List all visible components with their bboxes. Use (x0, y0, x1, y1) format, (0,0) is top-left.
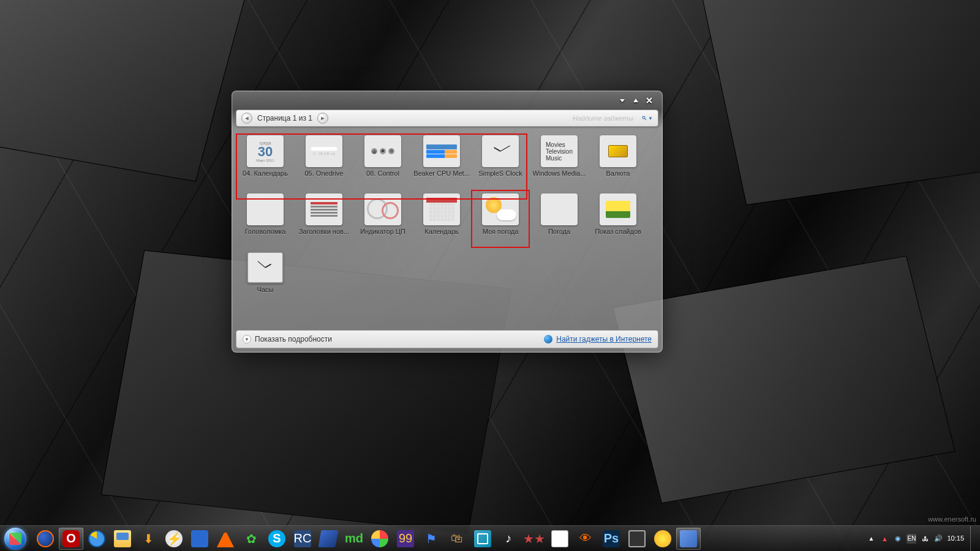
watermark: www.enersoft.ru (928, 515, 976, 523)
virtualbox-icon (474, 530, 491, 547)
n99-icon: 99 (397, 530, 414, 547)
tray-overflow-icon[interactable]: ▲ (866, 534, 876, 544)
taskbar-rc[interactable]: RC (290, 528, 315, 550)
calendar-icon (423, 193, 460, 225)
taskbar: O ⬇ ⚡ ✿ S RC md 99 ⚑ 🛍 ♪ ★★ 👁 Ps (0, 525, 980, 551)
gadget-label: Индикатор ЦП (360, 228, 405, 235)
az-icon: ⚑ (423, 530, 440, 547)
tray-icon[interactable]: ▲ (880, 534, 889, 544)
taskbar-download[interactable]: ⬇ (136, 528, 160, 550)
show-details-button[interactable]: Показать подробности (255, 335, 332, 343)
start-button[interactable] (0, 526, 31, 552)
taskbar-foxit[interactable] (368, 528, 392, 550)
taskbar-bag[interactable]: 🛍 (445, 528, 469, 550)
svg-point-2 (643, 116, 645, 119)
gadget-label: Погода (548, 228, 570, 235)
prev-page-button[interactable]: ◄ (241, 113, 252, 124)
taskbar-screen[interactable] (676, 528, 701, 550)
photoshop-icon: Ps (603, 530, 620, 547)
taskbar-box[interactable] (548, 528, 572, 550)
taskbar-clock[interactable]: 10:15 (947, 534, 964, 542)
minimize-icon[interactable] (618, 96, 627, 105)
taskbar-book[interactable] (316, 528, 341, 550)
ie-icon (88, 530, 105, 547)
sound-icon: ♪ (500, 530, 517, 547)
window-footer: ▼ Показать подробности Найти гаджеты в И… (236, 330, 658, 348)
page-indicator: Страница 1 из 1 (257, 114, 312, 122)
taskbar-photoshop[interactable]: Ps (599, 528, 624, 550)
gadget-puzzle[interactable]: Головоломка (236, 191, 295, 249)
gadget-label: Beaker CPU Met... (413, 170, 470, 177)
svg-marker-0 (620, 99, 625, 102)
taskbar-ie[interactable] (85, 528, 109, 550)
close-icon[interactable] (645, 96, 654, 105)
gadget-windows-media[interactable]: Movies Television Music Windows Media... (530, 133, 589, 191)
media-center-icon: Movies Television Music (541, 135, 578, 167)
gadget-cpu-indicator[interactable]: Индикатор ЦП (353, 191, 412, 249)
star-icon: ★★ (526, 530, 543, 547)
taskbar-firefox[interactable] (33, 528, 58, 550)
gadget-currency[interactable]: Валюта (589, 133, 647, 191)
gadget-news-headlines[interactable]: Заголовки нов... (295, 191, 353, 249)
gadget-label: Валюта (606, 170, 630, 177)
taskbar-virtualbox[interactable] (470, 528, 495, 550)
taskbar-opera[interactable]: O (59, 528, 83, 550)
volume-icon[interactable]: 🔊 (933, 534, 943, 544)
find-gadgets-online-link[interactable]: Найти гаджеты в Интернете (556, 335, 652, 343)
cpu-indicator-icon (364, 193, 401, 225)
window-titlebar[interactable] (232, 91, 662, 110)
gadget-clock[interactable]: Часы (236, 249, 295, 307)
taskbar-md[interactable]: md (342, 528, 366, 550)
taskbar-99[interactable]: 99 (393, 528, 418, 550)
taskbar-star[interactable]: ★★ (522, 528, 546, 550)
taskbar-monitor[interactable] (625, 528, 649, 550)
taskbar-skype[interactable]: S (265, 528, 289, 550)
gadget-weather[interactable]: Погода (530, 191, 589, 249)
box-icon (551, 530, 568, 547)
taskbar-smile[interactable] (650, 528, 675, 550)
gadget-my-weather[interactable]: Моя погода (471, 191, 530, 249)
dropdown-icon: ▼ (648, 116, 653, 121)
gadget-simples-clock[interactable]: SimpleS Clock (471, 133, 530, 191)
gadget-control[interactable]: ⏻✱⚙ 08. Control (353, 133, 412, 191)
cpu-meter-icon (423, 135, 460, 167)
icq-icon: ✿ (243, 530, 260, 547)
taskbar-azure[interactable]: ⚑ (419, 528, 443, 550)
taskbar-icq[interactable]: ✿ (239, 528, 263, 550)
taskbar-vlc[interactable] (213, 528, 238, 550)
app-icon (191, 530, 208, 547)
search-button[interactable]: ▼ (642, 113, 653, 124)
gadget-label: Часы (257, 286, 274, 293)
taskbar-app-blue[interactable] (187, 528, 212, 550)
svg-marker-1 (633, 99, 638, 102)
gadget-label: 08. Control (366, 170, 399, 177)
windows-orb-icon (4, 528, 26, 550)
news-icon (306, 193, 342, 225)
bag-icon: 🛍 (448, 530, 466, 547)
chevron-down-icon[interactable]: ▼ (243, 335, 251, 343)
next-page-button[interactable]: ► (317, 113, 328, 124)
opera-icon: O (62, 530, 80, 547)
gadget-calendar-04[interactable]: среда 30 Март 2011 04. Календарь (236, 133, 295, 191)
taskbar-bolt[interactable]: ⚡ (162, 528, 186, 550)
weather-icon (482, 193, 519, 225)
maximize-icon[interactable] (631, 96, 640, 105)
taskbar-explorer[interactable] (110, 528, 135, 550)
language-indicator[interactable]: EN (907, 534, 916, 544)
globe-icon (544, 335, 552, 343)
taskbar-eye[interactable]: 👁 (573, 528, 598, 550)
show-desktop-button[interactable] (970, 526, 976, 552)
clock-icon (247, 252, 284, 283)
gadget-label: 04. Календарь (243, 170, 288, 177)
taskbar-sound[interactable]: ♪ (496, 528, 521, 550)
gadget-beaker-cpu[interactable]: Beaker CPU Met... (412, 133, 471, 191)
gadget-gallery-window: ◄ Страница 1 из 1 ► Найдите гаджеты ▼ ср… (232, 91, 663, 353)
gadget-calendar[interactable]: Календарь (412, 191, 471, 249)
gadget-onedrive[interactable]: C : 28 GB vrij 05. Onedrive (295, 133, 353, 191)
gadget-slideshow[interactable]: Показ слайдов (589, 191, 647, 249)
system-tray: ▲ ▲ ◉ EN 🖧 🔊 10:15 (862, 526, 980, 552)
network-icon[interactable]: 🖧 (920, 534, 930, 544)
tray-icon[interactable]: ◉ (893, 534, 903, 544)
clock-icon (482, 135, 519, 167)
gadget-label: 05. Onedrive (305, 170, 344, 177)
